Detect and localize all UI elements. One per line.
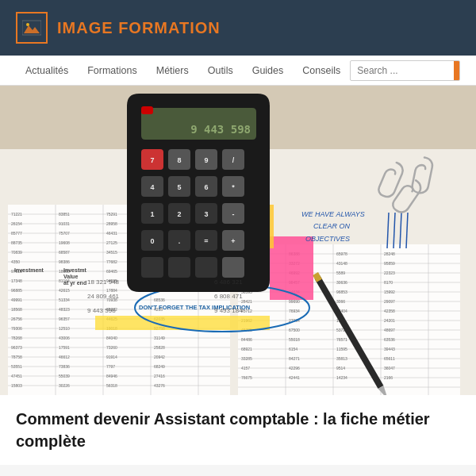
nav-item-actualites[interactable]: Actualités	[16, 57, 78, 84]
nav-item-formations[interactable]: Formations	[78, 57, 147, 84]
brand-name: IMAGE FORMATION	[57, 19, 221, 37]
article-title: Comment devenir Assistant comptable : la…	[16, 408, 460, 452]
article-section: Comment devenir Assistant comptable : la…	[0, 395, 476, 465]
main-nav: Actualités Formations Métiers Outils Gui…	[0, 56, 476, 86]
search-area: 🔍	[350, 60, 460, 81]
svg-point-2	[26, 23, 29, 26]
logo-icon	[16, 12, 48, 44]
search-button[interactable]: 🔍	[454, 61, 460, 80]
hero-canvas	[0, 86, 476, 395]
nav-item-outils[interactable]: Outils	[198, 57, 243, 84]
site-header: IMAGE FORMATION	[0, 0, 476, 56]
hero-image	[0, 86, 476, 395]
nav-items: Actualités Formations Métiers Outils Gui…	[16, 57, 350, 84]
nav-item-guides[interactable]: Guides	[243, 57, 294, 84]
nav-item-metiers[interactable]: Métiers	[147, 57, 198, 84]
nav-item-conseils[interactable]: Conseils	[293, 57, 350, 84]
search-input[interactable]	[351, 62, 454, 79]
